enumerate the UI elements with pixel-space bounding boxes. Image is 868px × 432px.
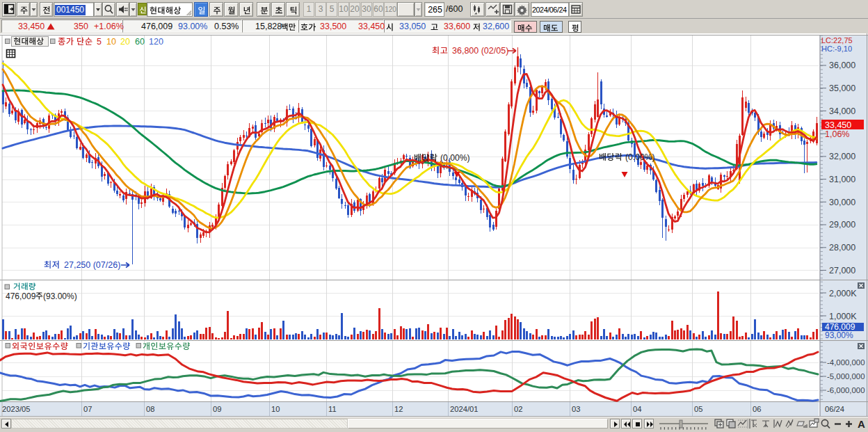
svg-text:27,250 (07/26): 27,250 (07/26) [64, 260, 120, 270]
svg-text:32,000: 32,000 [829, 152, 855, 161]
svg-text:35,000: 35,000 [829, 83, 855, 93]
svg-text:2,000K: 2,000K [829, 289, 857, 298]
svg-text:2023/05: 2023/05 [2, 405, 30, 413]
svg-text:A: A [858, 418, 865, 430]
svg-text:06/24: 06/24 [825, 405, 844, 413]
svg-text:-6,000,000: -6,000,000 [827, 386, 865, 394]
svg-text:36,800 (02/05): 36,800 (02/05) [452, 46, 508, 56]
svg-text:33,450: 33,450 [825, 120, 851, 130]
svg-text:-4,000,000: -4,000,000 [827, 358, 865, 367]
svg-text:08: 08 [146, 405, 154, 413]
svg-text:28,000: 28,000 [829, 243, 855, 253]
svg-text:20: 20 [120, 37, 130, 47]
svg-text:2024/01: 2024/01 [450, 405, 478, 413]
svg-text:07: 07 [83, 405, 92, 413]
svg-text:-5,000,000: -5,000,000 [827, 372, 865, 381]
svg-text:02: 02 [514, 405, 522, 413]
svg-text:93,00%: 93,00% [825, 330, 853, 340]
svg-text:34,000: 34,000 [829, 106, 855, 116]
svg-text:476,009: 476,009 [6, 291, 36, 301]
svg-text:36,000: 36,000 [829, 61, 855, 70]
svg-text:120: 120 [149, 37, 163, 47]
svg-text:31,000: 31,000 [829, 175, 855, 184]
svg-text:60: 60 [135, 37, 145, 47]
svg-text:30,000: 30,000 [829, 198, 855, 207]
svg-text:(0.00%): (0.00%) [625, 152, 655, 162]
svg-text:10: 10 [106, 37, 116, 47]
svg-text:LC:22,75: LC:22,75 [821, 36, 853, 45]
svg-text:10: 10 [271, 405, 280, 413]
svg-text:5: 5 [97, 37, 102, 47]
svg-text:29,000: 29,000 [829, 220, 855, 230]
svg-text:04: 04 [633, 405, 641, 413]
svg-text:06: 06 [753, 405, 761, 413]
svg-text:(0.00%): (0.00%) [440, 153, 470, 163]
svg-text:1,000K: 1,000K [829, 312, 857, 321]
svg-text:03: 03 [572, 405, 580, 413]
svg-text:(93.00%): (93.00%) [43, 291, 77, 301]
svg-text:HC:-9,10: HC:-9,10 [821, 45, 852, 53]
svg-text:1,06%: 1,06% [825, 129, 849, 139]
svg-text:09: 09 [213, 405, 221, 413]
svg-text:05: 05 [694, 405, 702, 413]
svg-text:27,000: 27,000 [829, 266, 855, 275]
svg-text:11: 11 [328, 405, 337, 413]
svg-text:12: 12 [394, 405, 403, 413]
